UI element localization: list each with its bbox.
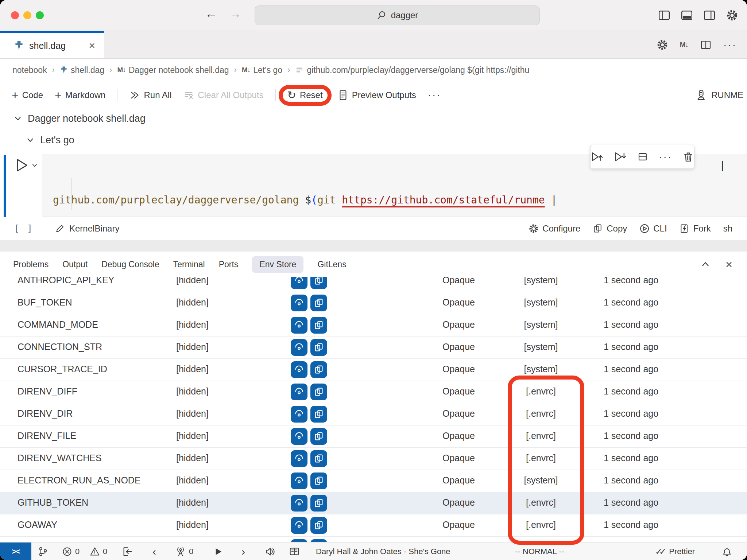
source-control-item[interactable] [38, 542, 48, 560]
panel-tab-debug-console[interactable]: Debug Console [101, 256, 159, 273]
copy-value-button[interactable] [310, 317, 327, 334]
env-table-row[interactable]: HOME [hidden] Opaque [system] 1 second a… [0, 537, 747, 542]
reveal-value-button[interactable] [291, 450, 307, 467]
navigate-back-button[interactable]: ← [205, 7, 217, 21]
toggle-secondary-sidebar-icon[interactable] [703, 9, 716, 22]
tab-shell-dag[interactable]: shell.dag × [0, 31, 104, 58]
collapse-chevron-icon[interactable] [13, 114, 23, 123]
panel-tab-problems[interactable]: Problems [13, 256, 49, 273]
copy-value-button[interactable] [310, 495, 327, 512]
close-panel-icon[interactable]: × [725, 258, 732, 270]
notifications-item[interactable] [721, 542, 732, 560]
reveal-value-button[interactable] [291, 277, 307, 289]
add-code-cell-button[interactable]: + Code [12, 89, 43, 101]
execute-cell-and-below-icon[interactable] [614, 151, 627, 163]
reveal-value-button[interactable] [291, 539, 307, 542]
reveal-value-button[interactable] [291, 517, 307, 534]
copy-value-button[interactable] [310, 406, 327, 423]
now-playing-item[interactable]: Daryl Hall & John Oates - She's Gone [316, 542, 450, 560]
preview-outputs-button[interactable]: Preview Outputs [337, 90, 416, 101]
run-options-chevron-icon[interactable] [31, 161, 39, 169]
env-table-row[interactable]: ELECTRON_RUN_AS_NODE [hidden] Opaque [sy… [0, 470, 747, 492]
copy-value-button[interactable] [310, 339, 327, 356]
kernel-picker-button[interactable]: KernelBinary [55, 223, 119, 234]
problems-errors-item[interactable]: 0 [62, 542, 80, 560]
reveal-value-button[interactable] [291, 406, 307, 423]
reveal-value-button[interactable] [291, 495, 307, 512]
minimize-window-button[interactable] [23, 11, 31, 19]
split-editor-icon[interactable] [700, 39, 712, 51]
close-window-button[interactable] [11, 11, 19, 19]
env-table-row[interactable]: DIRENV_WATCHES [hidden] Opaque [.envrc] … [0, 448, 747, 470]
remote-indicator[interactable]: >< [0, 542, 31, 560]
copy-value-button[interactable] [310, 361, 327, 378]
copy-value-button[interactable] [310, 517, 327, 534]
play-item[interactable] [214, 542, 223, 560]
reveal-value-button[interactable] [291, 472, 307, 489]
cell-language-indicator[interactable]: sh [723, 223, 732, 234]
run-all-button[interactable]: Run All [129, 90, 171, 100]
reveal-value-button[interactable] [291, 339, 307, 356]
delete-cell-icon[interactable] [682, 151, 694, 163]
sign-out-item[interactable] [122, 542, 133, 560]
copy-value-button[interactable] [310, 472, 327, 489]
reveal-value-button[interactable] [291, 384, 307, 400]
run-cell-button[interactable] [15, 158, 39, 172]
env-table-row[interactable]: BUF_TOKEN [hidden] Opaque [system] 1 sec… [0, 292, 747, 314]
copy-value-button[interactable] [310, 539, 327, 542]
env-table-row[interactable]: DIRENV_FILE [hidden] Opaque [.envrc] 1 s… [0, 425, 747, 448]
runme-button[interactable]: RUNME [695, 89, 743, 101]
breadcrumb-notebook-title[interactable]: M↓ Dagger notebook shell.dag [117, 65, 229, 75]
volume-item[interactable] [265, 542, 276, 560]
close-tab-icon[interactable]: × [89, 39, 95, 52]
collapse-chevron-icon[interactable] [26, 135, 35, 145]
clear-all-outputs-button[interactable]: Clear All Outputs [183, 90, 264, 101]
markdown-preview-icon[interactable]: M↓ [680, 41, 688, 49]
copy-value-button[interactable] [310, 450, 327, 467]
editor-more-actions-icon[interactable]: ··· [723, 39, 737, 51]
previous-item-chevron[interactable]: ‹ [152, 542, 156, 560]
command-center-search[interactable]: dagger [255, 5, 540, 25]
copy-value-button[interactable] [310, 384, 327, 400]
toolbar-more-actions-icon[interactable]: ··· [428, 89, 441, 101]
copy-value-button[interactable] [310, 277, 327, 289]
ports-item[interactable]: 0 [175, 542, 193, 560]
formatter-item[interactable]: ✓✓ Prettier [655, 542, 695, 560]
panel-tab-terminal[interactable]: Terminal [173, 256, 205, 273]
env-table-row[interactable]: ANTHROPIC_API_KEY [hidden] Opaque [syste… [0, 277, 747, 292]
reveal-value-button[interactable] [291, 295, 307, 311]
breadcrumb-cell[interactable]: github.com/purpleclay/daggerverse/golang… [295, 65, 529, 75]
panel-tab-output[interactable]: Output [62, 256, 88, 273]
toggle-panel-icon[interactable] [681, 9, 693, 22]
breadcrumb-shell-dag[interactable]: shell.dag [60, 65, 104, 75]
toggle-sidebar-icon[interactable] [658, 9, 670, 22]
panel-tab-env-store[interactable]: Env Store [252, 256, 303, 273]
breadcrumb-notebook[interactable]: notebook [12, 65, 47, 75]
panel-tab-gitlens[interactable]: GitLens [317, 256, 346, 273]
copy-value-button[interactable] [310, 295, 327, 311]
problems-warnings-item[interactable]: 0 [90, 542, 107, 560]
reveal-value-button[interactable] [291, 361, 307, 378]
vim-mode-indicator[interactable]: -- NORMAL -- [515, 542, 564, 560]
cli-button[interactable]: CLI [639, 223, 667, 234]
reading-item[interactable] [289, 542, 300, 560]
env-table-row[interactable]: GITHUB_TOKEN [hidden] Opaque [.envrc] 1 … [0, 492, 747, 514]
copy-value-button[interactable] [310, 428, 327, 445]
env-table-row[interactable]: GOAWAY [hidden] Opaque [.envrc] 1 second… [0, 514, 747, 537]
navigate-forward-button[interactable]: → [229, 7, 241, 21]
configure-button[interactable]: Configure [529, 223, 580, 234]
fork-button[interactable]: Fork [680, 223, 711, 234]
reveal-value-button[interactable] [291, 317, 307, 334]
env-table-row[interactable]: DIRENV_DIR [hidden] Opaque [.envrc] 1 se… [0, 403, 747, 425]
maximize-panel-chevron-icon[interactable] [700, 259, 711, 270]
add-markdown-cell-button[interactable]: + Markdown [55, 89, 105, 101]
settings-gear-icon[interactable] [726, 9, 738, 22]
env-table-row[interactable]: CONNECTION_STR [hidden] Opaque [system] … [0, 337, 747, 359]
cell-more-actions-icon[interactable]: ··· [659, 151, 672, 163]
breadcrumb-section[interactable]: M↓ Let's go [242, 65, 282, 75]
env-table-row[interactable]: DIRENV_DIFF [hidden] Opaque [.envrc] 1 s… [0, 381, 747, 403]
code-link[interactable]: https://github.com/stateful/runme [342, 194, 545, 206]
panel-tab-ports[interactable]: Ports [219, 256, 239, 273]
execute-cells-above-icon[interactable] [591, 151, 604, 163]
zoom-window-button[interactable] [36, 11, 44, 19]
